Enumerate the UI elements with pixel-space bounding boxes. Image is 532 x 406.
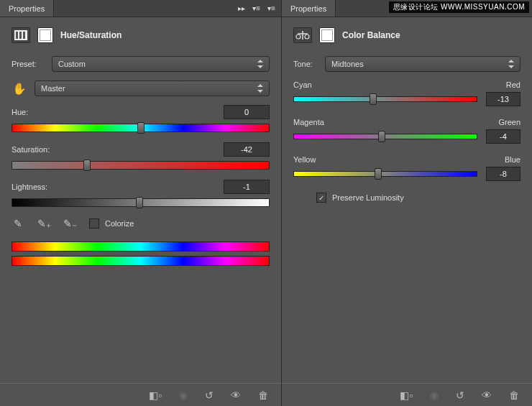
svg-point-7 bbox=[305, 34, 309, 39]
lightness-slider-thumb[interactable] bbox=[136, 197, 143, 208]
watermark: 思缘设计论坛 WWW.MISSYUAN.COM bbox=[389, 1, 529, 13]
reset-icon[interactable]: ↺ bbox=[456, 389, 464, 401]
magenta-label: Magenta bbox=[293, 118, 324, 126]
hue-slider-block: Hue: 0 bbox=[12, 105, 270, 132]
collapse-icon[interactable]: ▸▸ bbox=[238, 4, 245, 12]
clip-to-layer-icon[interactable]: ◧▫ bbox=[149, 389, 162, 401]
panel-title-row: Hue/Saturation bbox=[0, 17, 281, 50]
panel-footer: ◧▫ ◉ ↺ 👁 🗑 bbox=[0, 383, 281, 406]
view-previous-icon: ◉ bbox=[430, 389, 439, 401]
hue-saturation-icon bbox=[12, 27, 30, 43]
yellow-blue-value-input[interactable]: -8 bbox=[486, 167, 520, 181]
saturation-label: Saturation: bbox=[12, 145, 50, 154]
svg-rect-1 bbox=[16, 32, 18, 39]
eyedropper-subtract-icon[interactable]: ✎₋ bbox=[63, 217, 76, 230]
cyan-label: Cyan bbox=[293, 80, 312, 89]
view-previous-icon: ◉ bbox=[179, 389, 188, 401]
tone-value: Midtones bbox=[331, 60, 364, 68]
panel-body: Preset: Custom ✋ Master Hue: 0 Saturatio… bbox=[0, 50, 281, 406]
preset-label: Preset: bbox=[12, 60, 52, 68]
layer-mask-icon[interactable] bbox=[37, 27, 53, 43]
red-label: Red bbox=[506, 80, 520, 89]
color-balance-panel: 思缘设计论坛 WWW.MISSYUAN.COM Properties ▸▸ ▾≡… bbox=[282, 0, 532, 406]
hue-slider[interactable] bbox=[12, 124, 270, 132]
tone-row: Tone: Midtones bbox=[293, 56, 520, 72]
preset-row: Preset: Custom bbox=[12, 56, 270, 72]
eyedropper-icon[interactable]: ✎ bbox=[12, 217, 24, 230]
yellow-blue-slider[interactable] bbox=[293, 171, 477, 177]
green-label: Green bbox=[498, 118, 520, 126]
colorize-label: Colorize bbox=[105, 219, 134, 228]
saturation-slider-thumb[interactable] bbox=[83, 160, 91, 171]
visibility-icon[interactable]: 👁 bbox=[231, 389, 241, 401]
spectrum-top bbox=[12, 241, 270, 252]
magenta-green-slider[interactable] bbox=[293, 134, 477, 139]
preserve-luminosity-box: ✓ bbox=[316, 193, 326, 203]
magenta-green-row: Magenta Green -4 bbox=[293, 118, 520, 144]
saturation-slider-block: Saturation: -42 bbox=[12, 142, 270, 170]
trash-icon[interactable]: 🗑 bbox=[509, 389, 519, 401]
lightness-label: Lightness: bbox=[12, 183, 47, 191]
channel-value: Master bbox=[41, 84, 65, 93]
yellow-blue-row: Yellow Blue -8 bbox=[293, 155, 520, 181]
tab-properties[interactable]: Properties bbox=[0, 0, 54, 17]
svg-point-6 bbox=[296, 34, 301, 39]
eyedropper-add-icon[interactable]: ✎₊ bbox=[37, 217, 50, 230]
stack-icon[interactable]: ▾≡ bbox=[252, 4, 260, 12]
colorize-checkbox[interactable]: Colorize bbox=[89, 218, 134, 229]
reset-icon[interactable]: ↺ bbox=[205, 389, 214, 401]
trash-icon[interactable]: 🗑 bbox=[258, 389, 268, 401]
tone-label: Tone: bbox=[293, 60, 325, 68]
tab-bar: Properties ▸▸ ▾≡ ▾≡ bbox=[0, 0, 281, 17]
panel-title: Color Balance bbox=[342, 30, 400, 40]
svg-rect-3 bbox=[23, 32, 25, 39]
channel-dropdown[interactable]: Master bbox=[35, 80, 270, 96]
lightness-value-input[interactable]: -1 bbox=[224, 180, 270, 194]
saturation-value-input[interactable]: -42 bbox=[224, 142, 270, 157]
preserve-luminosity-label: Preserve Luminosity bbox=[332, 193, 404, 202]
tone-dropdown[interactable]: Midtones bbox=[325, 56, 520, 72]
eyedropper-row: ✎ ✎₊ ✎₋ Colorize bbox=[12, 217, 270, 230]
lightness-slider-block: Lightness: -1 bbox=[12, 180, 270, 207]
targeted-adjustment-icon[interactable]: ✋ bbox=[12, 80, 27, 96]
saturation-slider[interactable] bbox=[12, 161, 270, 170]
cyan-red-row: Cyan Red -13 bbox=[293, 80, 520, 106]
preserve-luminosity-checkbox[interactable]: ✓ Preserve Luminosity bbox=[316, 193, 520, 203]
cyan-red-thumb[interactable] bbox=[370, 93, 377, 105]
color-balance-icon bbox=[293, 27, 312, 43]
blue-label: Blue bbox=[505, 155, 520, 164]
yellow-blue-thumb[interactable] bbox=[375, 168, 382, 180]
tab-properties[interactable]: Properties bbox=[282, 0, 336, 17]
magenta-green-value-input[interactable]: -4 bbox=[486, 129, 520, 144]
layer-mask-icon[interactable] bbox=[319, 27, 335, 43]
panel-footer: ◧▫ ◉ ↺ 👁 🗑 bbox=[282, 383, 532, 406]
lightness-slider[interactable] bbox=[12, 198, 270, 207]
channel-row: ✋ Master bbox=[12, 80, 270, 96]
panel-body: Tone: Midtones Cyan Red -13 Magenta Gree… bbox=[282, 50, 532, 406]
tabbar-controls: ▸▸ ▾≡ ▾≡ bbox=[238, 0, 281, 17]
panel-title-row: Color Balance bbox=[282, 17, 532, 50]
panel-title: Hue/Saturation bbox=[60, 30, 121, 40]
visibility-icon[interactable]: 👁 bbox=[482, 389, 492, 401]
colorize-checkbox-box bbox=[89, 218, 99, 229]
spectrum-bottom bbox=[12, 256, 270, 266]
hue-saturation-panel: Properties ▸▸ ▾≡ ▾≡ Hue/Saturation Prese… bbox=[0, 0, 282, 406]
svg-rect-2 bbox=[19, 32, 22, 39]
hue-slider-thumb[interactable] bbox=[137, 122, 145, 134]
preset-value: Custom bbox=[58, 60, 86, 68]
cyan-red-value-input[interactable]: -13 bbox=[486, 92, 520, 106]
hue-label: Hue: bbox=[12, 108, 28, 116]
cyan-red-slider[interactable] bbox=[293, 96, 477, 102]
magenta-green-thumb[interactable] bbox=[378, 131, 385, 142]
preset-dropdown[interactable]: Custom bbox=[52, 56, 270, 72]
hue-value-input[interactable]: 0 bbox=[224, 105, 270, 119]
yellow-label: Yellow bbox=[293, 155, 316, 164]
clip-to-layer-icon[interactable]: ◧▫ bbox=[400, 389, 413, 401]
panel-menu-icon[interactable]: ▾≡ bbox=[267, 4, 275, 12]
